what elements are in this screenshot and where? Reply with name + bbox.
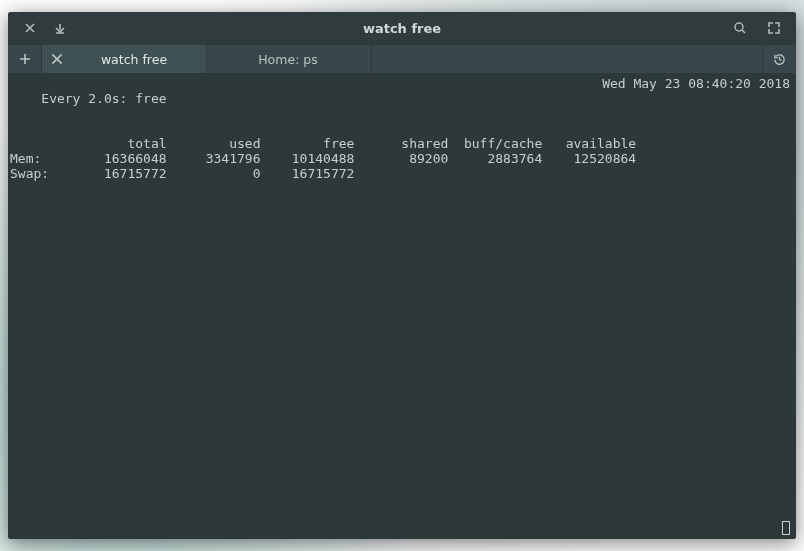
terminal-cursor xyxy=(782,521,790,535)
maximize-icon[interactable] xyxy=(766,20,782,36)
free-output-table: total used free shared buff/cache availa… xyxy=(10,136,792,181)
svg-point-0 xyxy=(735,23,743,31)
tab-label: watch free xyxy=(72,52,196,67)
search-icon[interactable] xyxy=(732,20,748,36)
tab-close-icon[interactable] xyxy=(50,52,64,66)
tab-home-ps[interactable]: Home: ps xyxy=(207,45,372,73)
window-title: watch free xyxy=(8,21,796,36)
tab-label: Home: ps xyxy=(215,52,361,67)
titlebar-left-controls xyxy=(8,20,68,36)
watch-timestamp: Wed May 23 08:40:20 2018 xyxy=(602,76,790,91)
titlebar-right-controls xyxy=(732,20,796,36)
history-icon[interactable] xyxy=(762,45,796,73)
titlebar: watch free xyxy=(8,12,796,44)
terminal-window: watch free watch free Home: ps xyxy=(8,12,796,539)
tab-watch-free[interactable]: watch free xyxy=(42,45,207,73)
tab-bar: watch free Home: ps xyxy=(8,44,796,74)
watch-interval-line: Every 2.0s: free xyxy=(41,91,166,106)
minimize-icon[interactable] xyxy=(52,20,68,36)
terminal-viewport[interactable]: Every 2.0s: free Wed May 23 08:40:20 201… xyxy=(8,74,796,539)
close-icon[interactable] xyxy=(22,20,38,36)
new-tab-button[interactable] xyxy=(8,45,42,73)
